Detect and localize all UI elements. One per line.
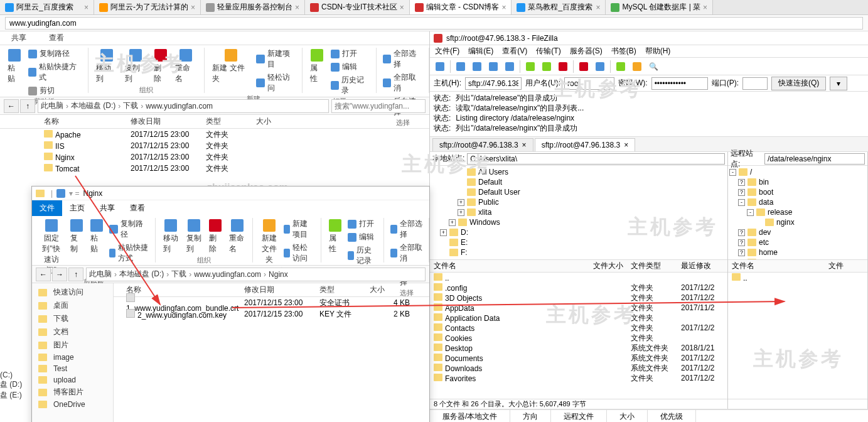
reconnect-icon[interactable] (592, 59, 608, 74)
tree-item[interactable]: F: (431, 247, 726, 257)
tree-item[interactable]: +xlita (431, 207, 726, 217)
paste-button[interactable]: 粘贴 (88, 218, 105, 256)
list-item[interactable]: Apache2017/12/15 23:00文件夹 (0, 129, 429, 140)
close-icon[interactable]: × (295, 3, 299, 12)
sidebar-item[interactable]: 下载 (32, 312, 113, 325)
close-icon[interactable]: × (624, 141, 628, 149)
menu-transfer[interactable]: 传输(T) (536, 46, 560, 57)
copy-path-button[interactable]: 复制路径 (27, 48, 83, 60)
tree-item[interactable]: ?bin (729, 177, 866, 187)
menu-file[interactable]: 文件(F) (435, 46, 459, 57)
port-input[interactable] (742, 77, 768, 90)
moveto-button[interactable]: 移动到 (94, 48, 120, 85)
tree-item[interactable]: E: (431, 237, 726, 247)
paste-button[interactable]: 粘贴 (5, 48, 24, 85)
tree-item[interactable]: ?etc (729, 237, 866, 247)
col-name[interactable]: 名称 (0, 116, 126, 127)
tree-item[interactable]: All Users (431, 167, 726, 177)
sitemanager-icon[interactable] (432, 59, 447, 74)
list-item[interactable]: .config文件夹2017/12/2 (430, 283, 727, 293)
tree-item[interactable]: Default User (431, 187, 726, 197)
breadcrumb-path[interactable]: 此电脑› 本地磁盘 (D:)› 下载› www.yudingfan.com› N… (86, 268, 426, 281)
back-button[interactable]: ← (36, 268, 51, 281)
list-item[interactable]: Documents系统文件夹2017/12/2 (430, 353, 727, 363)
cancel-icon[interactable] (555, 59, 571, 74)
ribbon-tab-share[interactable]: 共享 (6, 31, 31, 45)
tree-item[interactable]: ?dev (729, 227, 866, 237)
list-item[interactable]: Application Data文件夹 (430, 313, 727, 323)
list-item[interactable]: Nginx2017/12/15 23:00文件夹 (0, 151, 429, 163)
edit-button[interactable]: 编辑 (330, 61, 371, 73)
find-icon[interactable]: 🔍 (646, 59, 661, 74)
newitem-button[interactable]: 新建项目 (255, 48, 297, 70)
list-item[interactable]: IIS2017/12/15 23:00文件夹 (0, 140, 429, 151)
easyaccess-button[interactable]: 轻松访问 (255, 72, 297, 94)
list-item[interactable]: Tomcat2017/12/15 23:00文件夹 (0, 163, 429, 174)
browser-tab[interactable]: 菜鸟教程_百度搜索× (512, 0, 606, 14)
host-input[interactable] (465, 77, 522, 90)
local-path-input[interactable] (467, 153, 725, 165)
close-icon[interactable]: × (703, 3, 707, 12)
tree-item[interactable]: -/ (729, 167, 866, 177)
selectall-button[interactable]: 全部选择 (382, 48, 424, 70)
newfolder-button[interactable]: 新建 文件夹 (210, 48, 252, 85)
toolbar-icon[interactable] (502, 59, 517, 74)
rename-button[interactable]: 重命名 (173, 48, 199, 85)
url-input[interactable] (5, 17, 863, 30)
tree-item[interactable]: -release (729, 207, 866, 217)
history-button[interactable]: 历史记录 (330, 74, 371, 97)
tree-item[interactable]: ?home (729, 247, 866, 257)
sidebar-item[interactable]: Test (32, 363, 113, 374)
copy-button[interactable]: 复制 (68, 218, 85, 256)
list-item[interactable]: Contacts文件夹2017/12/2 (430, 323, 727, 333)
compare-icon[interactable] (630, 59, 645, 74)
sidebar-item[interactable]: 图片 (32, 338, 113, 352)
tree-item[interactable]: Default (431, 177, 726, 187)
close-icon[interactable]: × (400, 3, 404, 12)
close-icon[interactable]: × (596, 3, 600, 12)
list-item[interactable]: .. (728, 273, 867, 283)
copyto-button[interactable]: 复制到 (122, 48, 149, 85)
open-button[interactable]: 打开 (330, 48, 371, 60)
tree-item[interactable]: nginx (729, 217, 866, 227)
up-button[interactable]: ↑ (68, 268, 83, 281)
cut-button[interactable]: 剪切 (27, 85, 83, 97)
menu-help[interactable]: 帮助(H) (645, 46, 671, 57)
user-input[interactable] (564, 77, 614, 90)
tab-view[interactable]: 查看 (122, 200, 153, 216)
list-item[interactable]: 3D Objects文件夹2017/12/2 (430, 293, 727, 303)
dropdown-button[interactable]: ▾ (830, 77, 847, 90)
toolbar-icon[interactable] (469, 59, 485, 74)
toolbar-icon[interactable] (486, 59, 501, 74)
sidebar-item[interactable]: image (32, 352, 113, 363)
local-tree[interactable]: All UsersDefaultDefault User+Public+xlit… (430, 166, 727, 260)
filter-icon[interactable] (613, 59, 628, 74)
toolbar-icon[interactable] (539, 59, 554, 74)
list-item[interactable]: Downloads系统文件夹2017/12/2 (430, 363, 727, 373)
menu-view[interactable]: 查看(V) (502, 46, 527, 57)
tree-item[interactable]: -data (729, 197, 866, 207)
list-item[interactable]: Cookies文件夹 (430, 333, 727, 343)
list-item[interactable]: Desktop系统文件夹2018/1/21 (430, 343, 727, 353)
list-item[interactable]: Favorites文件夹2017/12/2 (430, 373, 727, 383)
back-button[interactable]: ← (4, 99, 19, 113)
connection-tab[interactable]: sftp://root@47.96.138.3× (535, 138, 636, 151)
properties-button[interactable]: 属性 (308, 48, 327, 85)
refresh-icon[interactable] (523, 59, 538, 74)
browser-tab[interactable]: 轻量应用服务器控制台× (201, 0, 305, 14)
sidebar-item[interactable]: upload (32, 374, 113, 386)
tab-home[interactable]: 主页 (62, 200, 92, 216)
tree-item[interactable]: +Windows (431, 217, 726, 227)
up-button[interactable]: ↑ (20, 99, 35, 113)
col-date[interactable]: 修改日期 (126, 116, 201, 127)
menu-bookmark[interactable]: 书签(B) (611, 46, 636, 57)
browser-tab[interactable]: 阿里云-为了无法计算的× (94, 0, 201, 14)
list-item[interactable]: 1_www.yudingfan.com_bundle.crt2017/12/15… (114, 297, 429, 308)
list-item[interactable]: 2_www.yudingfan.com.key2017/12/15 23:00K… (114, 308, 429, 320)
disconnect-icon[interactable] (576, 59, 591, 74)
delete-button[interactable]: 删除 (151, 48, 171, 85)
menu-edit[interactable]: 编辑(E) (468, 46, 493, 57)
tree-item[interactable]: +D: (431, 227, 726, 237)
list-item[interactable]: AppData文件夹2017/11/2 (430, 303, 727, 313)
sidebar-item[interactable]: 博客图片 (32, 386, 113, 399)
